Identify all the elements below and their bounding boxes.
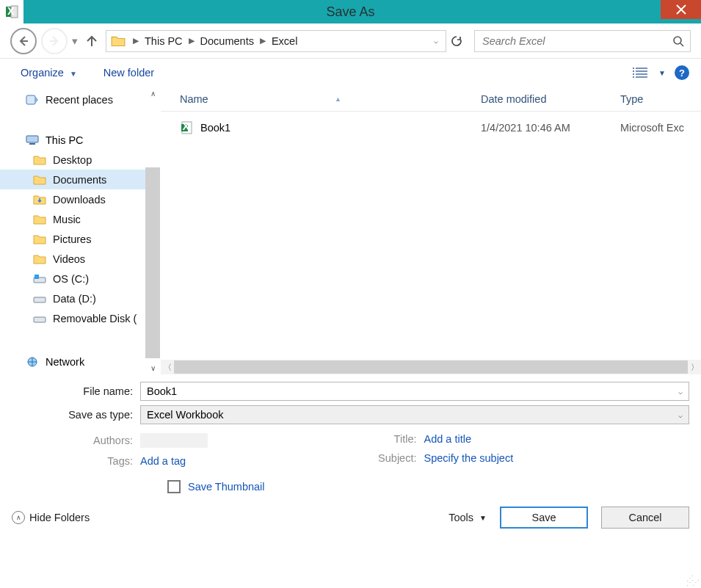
svg-rect-19 bbox=[26, 136, 38, 142]
save-thumbnail-checkbox[interactable] bbox=[167, 480, 181, 493]
file-list[interactable]: X Book1 1/4/2021 10:46 AM Microsoft Exc bbox=[161, 112, 701, 360]
tree-item-videos[interactable]: Videos bbox=[0, 249, 160, 269]
svg-rect-23 bbox=[34, 297, 46, 302]
scroll-right-button[interactable]: 〉 bbox=[688, 362, 701, 373]
excel-file-icon: X bbox=[180, 121, 195, 134]
chevron-down-icon: ▼ bbox=[479, 514, 487, 522]
save-as-type-combo[interactable]: Excel Workbook ⌵ bbox=[140, 405, 689, 424]
horizontal-scrollbar[interactable]: 〈 〉 bbox=[161, 360, 701, 374]
authors-field[interactable] bbox=[140, 433, 208, 448]
new-folder-button[interactable]: New folder bbox=[103, 67, 154, 79]
tree-item-label: Network bbox=[46, 356, 84, 368]
arrow-up-icon bbox=[85, 35, 98, 48]
tree-item-recent-places[interactable]: Recent places bbox=[0, 90, 160, 109]
tree-item-label: Desktop bbox=[53, 154, 92, 166]
network-icon bbox=[25, 355, 40, 369]
arrow-left-icon bbox=[17, 35, 30, 48]
resize-grip-icon[interactable]: ⋰⋰⋰ bbox=[686, 576, 698, 585]
main-area: ∧ Recent places This PC Desktop Document… bbox=[0, 87, 701, 374]
recent-locations-dropdown[interactable]: ▾ bbox=[72, 35, 81, 47]
scroll-down-button[interactable]: ∨ bbox=[145, 361, 160, 374]
folder-download-icon bbox=[32, 193, 47, 206]
view-details-icon bbox=[632, 66, 648, 79]
refresh-button[interactable] bbox=[451, 35, 470, 47]
svg-rect-18 bbox=[26, 95, 35, 104]
help-button[interactable]: ? bbox=[675, 65, 689, 80]
tree-group-network[interactable]: Network bbox=[0, 352, 160, 371]
folder-icon bbox=[111, 35, 126, 48]
close-button[interactable] bbox=[661, 0, 701, 19]
search-input[interactable] bbox=[481, 35, 672, 48]
scroll-up-button[interactable]: ∧ bbox=[145, 87, 160, 100]
chevron-down-icon: ▼ bbox=[658, 69, 666, 77]
chevron-down-icon[interactable]: ⌵ bbox=[678, 388, 683, 396]
scroll-left-button[interactable]: 〈 bbox=[161, 362, 174, 373]
save-button[interactable]: Save bbox=[500, 507, 588, 529]
file-name-combo[interactable]: Book1 ⌵ bbox=[140, 382, 689, 401]
go-up-button[interactable] bbox=[85, 35, 101, 48]
file-type: Microsoft Exc bbox=[620, 122, 701, 134]
save-form: File name: Book1 ⌵ Save as type: Excel W… bbox=[0, 374, 701, 498]
subject-label: Subject: bbox=[351, 452, 424, 464]
svg-text:X: X bbox=[183, 121, 190, 132]
breadcrumb-history-dropdown[interactable]: ⌵ bbox=[434, 37, 441, 45]
tree-item-desktop[interactable]: Desktop bbox=[0, 150, 160, 170]
tree-item-label: Downloads bbox=[53, 194, 106, 206]
breadcrumb-segment[interactable]: Excel bbox=[271, 34, 298, 48]
tree-item-documents[interactable]: Documents bbox=[0, 170, 160, 189]
chevron-down-icon: ▼ bbox=[67, 70, 77, 78]
tree-item-drive-d[interactable]: Data (D:) bbox=[0, 288, 160, 308]
organize-menu[interactable]: Organize ▼ bbox=[21, 67, 77, 79]
tags-field[interactable]: Add a tag bbox=[140, 455, 186, 467]
subject-field[interactable]: Specify the subject bbox=[424, 452, 514, 464]
tree-item-removable-disk[interactable]: Removable Disk ( bbox=[0, 308, 160, 328]
arrow-right-icon bbox=[48, 35, 61, 48]
breadcrumb-segment[interactable]: Documents bbox=[200, 34, 255, 48]
navigation-tree: ∧ Recent places This PC Desktop Document… bbox=[0, 87, 160, 374]
address-breadcrumb[interactable]: ▶ This PC ▶ Documents ▶ Excel ⌵ bbox=[106, 30, 446, 52]
computer-icon bbox=[25, 134, 40, 147]
tree-group-this-pc[interactable]: This PC bbox=[0, 130, 160, 150]
tree-item-drive-c[interactable]: OS (C:) bbox=[0, 269, 160, 288]
view-options-button[interactable]: ▼ bbox=[632, 66, 666, 79]
search-icon[interactable] bbox=[672, 35, 684, 47]
chevron-down-icon[interactable]: ⌵ bbox=[678, 411, 683, 419]
folder-music-icon bbox=[32, 213, 47, 226]
tools-menu[interactable]: Tools ▼ bbox=[448, 512, 487, 523]
cancel-button[interactable]: Cancel bbox=[601, 507, 689, 529]
drive-removable-icon bbox=[32, 312, 47, 325]
search-box[interactable] bbox=[474, 30, 691, 52]
svg-rect-20 bbox=[29, 143, 35, 145]
tags-label: Tags: bbox=[12, 455, 140, 467]
svg-text:X: X bbox=[7, 5, 15, 17]
svg-point-8 bbox=[674, 37, 681, 44]
title-bar: X Save As bbox=[0, 0, 701, 23]
window-title: Save As bbox=[0, 4, 701, 20]
tree-item-downloads[interactable]: Downloads bbox=[0, 189, 160, 209]
tree-item-label: Videos bbox=[53, 253, 85, 265]
hide-folders-toggle[interactable]: ∧ Hide Folders bbox=[12, 511, 90, 524]
tree-item-pictures[interactable]: Pictures bbox=[0, 229, 160, 249]
excel-app-icon: X bbox=[0, 0, 23, 23]
tree-item-music[interactable]: Music bbox=[0, 209, 160, 229]
forward-button[interactable] bbox=[41, 28, 68, 54]
save-thumbnail-label[interactable]: Save Thumbnail bbox=[188, 481, 265, 493]
folder-videos-icon bbox=[32, 253, 47, 266]
column-header-date[interactable]: Date modified bbox=[481, 93, 620, 105]
file-name: Book1 bbox=[200, 122, 230, 134]
chevron-right-icon: ▶ bbox=[256, 36, 269, 46]
title-label: Title: bbox=[351, 433, 424, 445]
breadcrumb-segment[interactable]: This PC bbox=[144, 34, 184, 48]
tree-item-label: Pictures bbox=[53, 233, 91, 245]
tree-scrollbar-thumb[interactable] bbox=[145, 167, 160, 358]
back-button[interactable] bbox=[10, 28, 37, 54]
tree-item-label: Removable Disk ( bbox=[53, 313, 137, 324]
file-date: 1/4/2021 10:46 AM bbox=[481, 122, 620, 134]
file-row[interactable]: X Book1 1/4/2021 10:46 AM Microsoft Exc bbox=[161, 117, 701, 138]
title-field[interactable]: Add a title bbox=[424, 433, 472, 445]
column-header-name[interactable]: Name bbox=[180, 93, 474, 105]
recent-places-icon bbox=[25, 93, 40, 106]
scrollbar-thumb[interactable] bbox=[174, 360, 688, 374]
folder-icon bbox=[32, 173, 47, 186]
column-header-type[interactable]: Type bbox=[620, 93, 701, 105]
